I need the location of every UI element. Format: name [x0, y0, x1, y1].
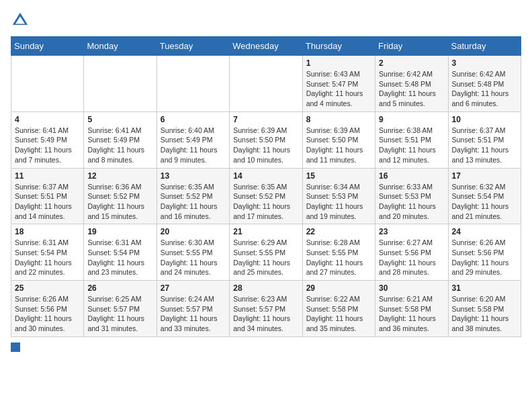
day-number: 5	[87, 115, 152, 124]
calendar-cell	[230, 56, 302, 112]
calendar-cell: 17Sunrise: 6:32 AMSunset: 5:54 PMDayligh…	[448, 168, 521, 224]
day-info: Sunrise: 6:43 AMSunset: 5:47 PMDaylight:…	[306, 69, 371, 109]
day-number: 14	[233, 171, 298, 181]
calendar-cell	[84, 56, 157, 112]
day-number: 2	[379, 58, 444, 68]
day-info: Sunrise: 6:31 AMSunset: 5:54 PMDaylight:…	[15, 238, 80, 277]
day-info: Sunrise: 6:20 AMSunset: 5:58 PMDaylight:…	[452, 294, 517, 334]
day-info: Sunrise: 6:32 AMSunset: 5:54 PMDaylight:…	[452, 182, 517, 222]
day-info: Sunrise: 6:29 AMSunset: 5:55 PMDaylight:…	[233, 238, 298, 277]
day-number: 9	[379, 115, 444, 124]
day-number: 11	[15, 171, 80, 181]
day-number: 13	[161, 171, 226, 181]
weekday-header-sunday: Sunday	[11, 37, 84, 56]
day-number: 15	[306, 171, 371, 181]
calendar-cell: 16Sunrise: 6:33 AMSunset: 5:53 PMDayligh…	[375, 168, 448, 224]
day-info: Sunrise: 6:27 AMSunset: 5:56 PMDaylight:…	[379, 238, 444, 277]
calendar-cell: 24Sunrise: 6:26 AMSunset: 5:56 PMDayligh…	[448, 224, 521, 281]
day-number: 7	[233, 115, 298, 124]
calendar-cell: 12Sunrise: 6:36 AMSunset: 5:52 PMDayligh…	[84, 168, 157, 224]
weekday-header-thursday: Thursday	[302, 37, 375, 56]
logo	[11, 11, 32, 30]
day-info: Sunrise: 6:34 AMSunset: 5:53 PMDaylight:…	[306, 182, 371, 222]
calendar-cell: 30Sunrise: 6:21 AMSunset: 5:58 PMDayligh…	[375, 281, 448, 337]
calendar-cell: 22Sunrise: 6:28 AMSunset: 5:55 PMDayligh…	[302, 224, 375, 281]
day-info: Sunrise: 6:26 AMSunset: 5:56 PMDaylight:…	[452, 238, 517, 277]
day-number: 21	[233, 227, 298, 236]
day-number: 20	[161, 227, 226, 236]
legend	[11, 342, 521, 352]
legend-box	[11, 342, 20, 352]
weekday-header-tuesday: Tuesday	[157, 37, 229, 56]
calendar-cell	[157, 56, 229, 112]
day-info: Sunrise: 6:42 AMSunset: 5:48 PMDaylight:…	[452, 69, 517, 109]
calendar-cell	[11, 56, 84, 112]
calendar-cell: 31Sunrise: 6:20 AMSunset: 5:58 PMDayligh…	[448, 281, 521, 337]
day-number: 24	[452, 227, 517, 236]
logo-icon	[11, 11, 30, 30]
day-number: 16	[379, 171, 444, 181]
calendar-cell: 26Sunrise: 6:25 AMSunset: 5:57 PMDayligh…	[84, 281, 157, 337]
week-row-2: 4Sunrise: 6:41 AMSunset: 5:49 PMDaylight…	[11, 111, 521, 168]
calendar-cell: 11Sunrise: 6:37 AMSunset: 5:51 PMDayligh…	[11, 168, 84, 224]
calendar-cell: 1Sunrise: 6:43 AMSunset: 5:47 PMDaylight…	[302, 56, 375, 112]
weekday-header-row: SundayMondayTuesdayWednesdayThursdayFrid…	[11, 37, 521, 56]
weekday-header-wednesday: Wednesday	[230, 37, 302, 56]
day-number: 31	[452, 283, 517, 293]
calendar-cell: 29Sunrise: 6:22 AMSunset: 5:58 PMDayligh…	[302, 281, 375, 337]
calendar-cell: 9Sunrise: 6:38 AMSunset: 5:51 PMDaylight…	[375, 111, 448, 168]
calendar-cell: 28Sunrise: 6:23 AMSunset: 5:57 PMDayligh…	[230, 281, 302, 337]
weekday-header-saturday: Saturday	[448, 37, 521, 56]
day-number: 29	[306, 283, 371, 293]
calendar-cell: 5Sunrise: 6:41 AMSunset: 5:49 PMDaylight…	[84, 111, 157, 168]
day-info: Sunrise: 6:39 AMSunset: 5:50 PMDaylight:…	[233, 126, 298, 165]
calendar-cell: 7Sunrise: 6:39 AMSunset: 5:50 PMDaylight…	[230, 111, 302, 168]
day-info: Sunrise: 6:39 AMSunset: 5:50 PMDaylight:…	[306, 126, 371, 165]
weekday-header-friday: Friday	[375, 37, 448, 56]
day-number: 30	[379, 283, 444, 293]
day-info: Sunrise: 6:38 AMSunset: 5:51 PMDaylight:…	[379, 126, 444, 165]
calendar-cell: 19Sunrise: 6:31 AMSunset: 5:54 PMDayligh…	[84, 224, 157, 281]
week-row-4: 18Sunrise: 6:31 AMSunset: 5:54 PMDayligh…	[11, 224, 521, 281]
day-info: Sunrise: 6:41 AMSunset: 5:49 PMDaylight:…	[87, 126, 152, 165]
day-number: 19	[87, 227, 152, 236]
day-number: 10	[452, 115, 517, 124]
day-info: Sunrise: 6:30 AMSunset: 5:55 PMDaylight:…	[161, 238, 226, 277]
day-info: Sunrise: 6:36 AMSunset: 5:52 PMDaylight:…	[87, 182, 152, 222]
calendar-cell: 4Sunrise: 6:41 AMSunset: 5:49 PMDaylight…	[11, 111, 84, 168]
calendar-cell: 15Sunrise: 6:34 AMSunset: 5:53 PMDayligh…	[302, 168, 375, 224]
calendar-cell: 6Sunrise: 6:40 AMSunset: 5:49 PMDaylight…	[157, 111, 229, 168]
day-number: 6	[161, 115, 226, 124]
day-info: Sunrise: 6:42 AMSunset: 5:48 PMDaylight:…	[379, 69, 444, 109]
calendar: SundayMondayTuesdayWednesdayThursdayFrid…	[11, 36, 521, 337]
calendar-cell: 25Sunrise: 6:26 AMSunset: 5:56 PMDayligh…	[11, 281, 84, 337]
day-number: 12	[87, 171, 152, 181]
day-number: 26	[87, 283, 152, 293]
day-info: Sunrise: 6:37 AMSunset: 5:51 PMDaylight:…	[452, 126, 517, 165]
calendar-cell: 14Sunrise: 6:35 AMSunset: 5:52 PMDayligh…	[230, 168, 302, 224]
calendar-cell: 2Sunrise: 6:42 AMSunset: 5:48 PMDaylight…	[375, 56, 448, 112]
day-info: Sunrise: 6:40 AMSunset: 5:49 PMDaylight:…	[161, 126, 226, 165]
page-header	[11, 11, 521, 30]
week-row-5: 25Sunrise: 6:26 AMSunset: 5:56 PMDayligh…	[11, 281, 521, 337]
calendar-cell: 18Sunrise: 6:31 AMSunset: 5:54 PMDayligh…	[11, 224, 84, 281]
weekday-header-monday: Monday	[84, 37, 157, 56]
day-number: 22	[306, 227, 371, 236]
day-info: Sunrise: 6:35 AMSunset: 5:52 PMDaylight:…	[233, 182, 298, 222]
day-info: Sunrise: 6:22 AMSunset: 5:58 PMDaylight:…	[306, 294, 371, 334]
calendar-cell: 20Sunrise: 6:30 AMSunset: 5:55 PMDayligh…	[157, 224, 229, 281]
day-info: Sunrise: 6:28 AMSunset: 5:55 PMDaylight:…	[306, 238, 371, 277]
calendar-cell: 27Sunrise: 6:24 AMSunset: 5:57 PMDayligh…	[157, 281, 229, 337]
calendar-cell: 3Sunrise: 6:42 AMSunset: 5:48 PMDaylight…	[448, 56, 521, 112]
calendar-cell: 13Sunrise: 6:35 AMSunset: 5:52 PMDayligh…	[157, 168, 229, 224]
week-row-1: 1Sunrise: 6:43 AMSunset: 5:47 PMDaylight…	[11, 56, 521, 112]
day-number: 27	[161, 283, 226, 293]
day-number: 1	[306, 58, 371, 68]
calendar-cell: 23Sunrise: 6:27 AMSunset: 5:56 PMDayligh…	[375, 224, 448, 281]
day-number: 23	[379, 227, 444, 236]
day-info: Sunrise: 6:31 AMSunset: 5:54 PMDaylight:…	[87, 238, 152, 277]
day-info: Sunrise: 6:41 AMSunset: 5:49 PMDaylight:…	[15, 126, 80, 165]
day-info: Sunrise: 6:35 AMSunset: 5:52 PMDaylight:…	[161, 182, 226, 222]
day-number: 8	[306, 115, 371, 124]
day-info: Sunrise: 6:24 AMSunset: 5:57 PMDaylight:…	[161, 294, 226, 334]
